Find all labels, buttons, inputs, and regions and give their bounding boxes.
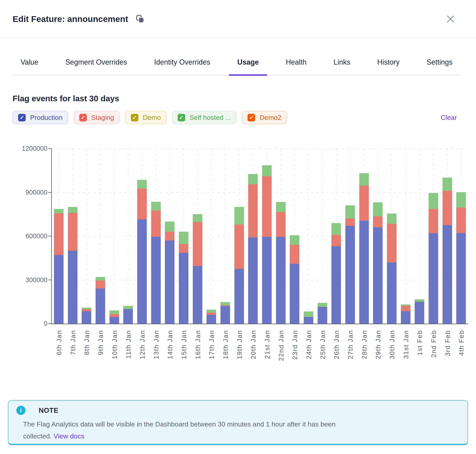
x-axis-label: 8th Jan (83, 330, 91, 355)
bar-segment-staging (248, 184, 258, 237)
bar-slot: 14th Jan (163, 149, 177, 324)
x-axis-label: 23rd Jan (291, 330, 299, 359)
bar-segment-production (68, 251, 77, 324)
section-heading: Flag events for last 30 days (13, 94, 476, 103)
bar-slot: 2nd Feb (426, 149, 440, 324)
tab-settings[interactable]: Settings (418, 58, 461, 75)
bar-segment-self-hosted (331, 223, 341, 235)
stacked-bar-12th-jan (137, 180, 147, 324)
bar-segment-self-hosted (68, 207, 77, 213)
bar-segment-staging (345, 219, 355, 226)
bar-segment-self-hosted (248, 174, 258, 184)
bar-segment-staging (151, 211, 161, 237)
stacked-bar-1st-feb (415, 299, 424, 324)
chart-plot: 030000060000090000012000006th Jan7th Jan… (51, 149, 468, 324)
stacked-bar-20th-jan (248, 174, 258, 324)
bar-segment-self-hosted (262, 165, 272, 176)
v-gridline (405, 149, 406, 324)
note-body-line2: collected. View docs (23, 430, 458, 442)
bar-segment-staging (331, 235, 341, 246)
tab-links[interactable]: Links (325, 58, 359, 75)
stacked-bar-28th-jan (359, 173, 369, 324)
tab-identity-overrides[interactable]: Identity Overrides (146, 58, 219, 75)
x-axis-label: 14th Jan (166, 330, 174, 359)
bar-segment-self-hosted (304, 311, 313, 317)
bar-segment-staging (290, 245, 299, 264)
filter-chip-staging[interactable]: ✓Staging (74, 111, 120, 124)
view-docs-link[interactable]: View docs (54, 432, 84, 440)
tab-value[interactable]: Value (12, 58, 47, 75)
bar-segment-production (193, 266, 202, 324)
note-box: i NOTE The Flag Analytics data will be v… (8, 400, 468, 445)
filter-chips: ✓Production✓Staging✓Demo✓Self hosted ...… (13, 111, 287, 124)
filter-chip-label: Demo2 (259, 114, 281, 121)
bar-slot: 10th Jan (107, 149, 121, 324)
filter-chip-demo2[interactable]: ✓Demo2 (242, 111, 287, 124)
bar-slot: 7th Jan (66, 149, 80, 324)
note-title: NOTE (39, 406, 58, 414)
stacked-bar-22nd-jan (276, 202, 286, 324)
y-axis-label: 600000 (25, 232, 47, 240)
bar-segment-self-hosted (345, 205, 355, 219)
v-gridline (128, 149, 128, 324)
x-axis-label: 4th Feb (458, 330, 465, 356)
clear-filters-link[interactable]: Clear (441, 114, 457, 121)
bar-segment-staging (262, 176, 272, 237)
bar-slot: 11th Jan (121, 149, 135, 324)
filter-chip-self-hosted[interactable]: ✓Self hosted ... (172, 111, 237, 124)
bar-segment-self-hosted (165, 221, 175, 232)
bar-slot: 23rd Jan (288, 149, 301, 324)
bar-segment-production (248, 237, 258, 324)
bar-slot: 12th Jan (135, 149, 149, 324)
x-axis-label: 25th Jan (319, 330, 327, 359)
x-axis-label: 1st Feb (416, 330, 424, 356)
x-axis-label: 13th Jan (153, 330, 160, 359)
filter-chip-label: Demo (143, 114, 161, 121)
y-axis-tick (48, 323, 51, 324)
bar-segment-self-hosted (137, 180, 147, 189)
modal-header: Edit Feature: announcement (0, 0, 476, 38)
tab-health[interactable]: Health (278, 58, 315, 75)
bar-segment-self-hosted (415, 299, 424, 302)
bar-segment-self-hosted (151, 202, 161, 211)
checkbox-checked-icon: ✓ (248, 114, 255, 121)
copy-icon[interactable] (135, 15, 144, 23)
bar-segment-production (401, 311, 410, 324)
v-gridline (419, 149, 420, 324)
bar-segment-self-hosted (318, 303, 327, 307)
x-axis-label: 9th Jan (97, 330, 105, 355)
x-axis-label: 12th Jan (139, 330, 146, 359)
v-gridline (308, 149, 309, 324)
checkbox-checked-icon: ✓ (79, 114, 87, 121)
bar-segment-production (304, 317, 313, 324)
filter-chip-production[interactable]: ✓Production (13, 111, 68, 124)
bar-segment-self-hosted (276, 202, 286, 212)
close-icon[interactable] (445, 13, 456, 24)
bar-segment-production (110, 317, 119, 324)
stacked-bar-29th-jan (373, 202, 383, 324)
bar-segment-staging (429, 209, 438, 233)
bar-segment-staging (95, 280, 105, 288)
tab-segment-overrides[interactable]: Segment Overrides (57, 58, 135, 75)
v-gridline (86, 149, 87, 324)
stacked-bar-14th-jan (165, 221, 175, 324)
bar-segment-production (151, 237, 161, 324)
bar-segment-production (290, 264, 299, 324)
v-gridline (322, 149, 323, 324)
bar-slot: 16th Jan (190, 149, 205, 324)
stacked-bar-7th-jan (68, 207, 77, 324)
bar-segment-production (54, 255, 64, 324)
tab-usage[interactable]: Usage (229, 58, 267, 75)
note-body: The Flag Analytics data will be visible … (23, 418, 458, 442)
bar-segment-self-hosted (206, 310, 216, 313)
tab-history[interactable]: History (369, 58, 408, 75)
filter-chip-demo[interactable]: ✓Demo (125, 111, 167, 124)
bar-segment-staging (276, 212, 286, 237)
bar-segment-production (359, 221, 369, 324)
bar-segment-production (95, 288, 105, 324)
bar-slot: 27th Jan (343, 149, 357, 324)
bar-slot: 30th Jan (385, 149, 399, 324)
stacked-bar-3rd-feb (443, 178, 452, 324)
stacked-bar-18th-jan (220, 302, 230, 324)
note-header: i NOTE (16, 406, 458, 415)
